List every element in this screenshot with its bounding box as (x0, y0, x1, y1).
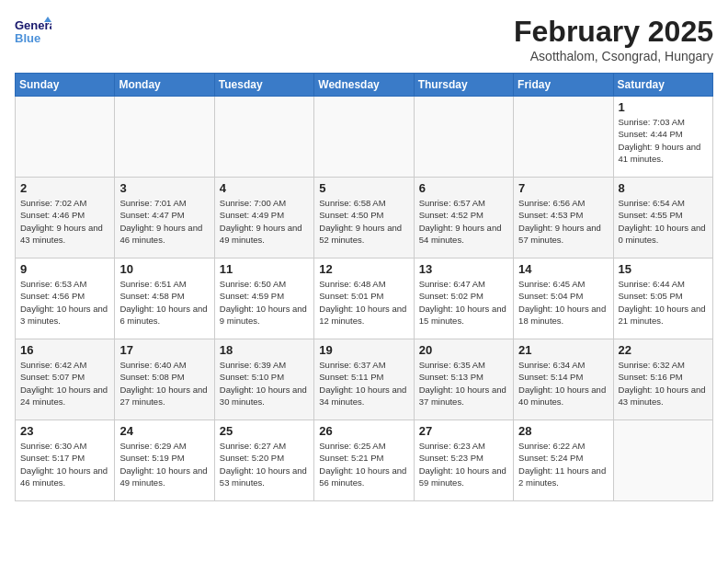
weekday-header-row: SundayMondayTuesdayWednesdayThursdayFrid… (16, 74, 713, 97)
calendar-cell (514, 97, 613, 178)
page-header: General Blue February 2025 Asotthalom, C… (15, 15, 713, 63)
weekday-header-friday: Friday (514, 74, 613, 97)
calendar-cell: 11Sunrise: 6:50 AM Sunset: 4:59 PM Dayli… (214, 259, 313, 339)
day-number: 22 (619, 343, 708, 357)
day-info: Sunrise: 6:56 AM Sunset: 4:53 PM Dayligh… (518, 197, 608, 246)
day-number: 20 (419, 343, 508, 357)
day-info: Sunrise: 6:51 AM Sunset: 4:58 PM Dayligh… (119, 278, 209, 327)
day-info: Sunrise: 6:35 AM Sunset: 5:13 PM Dayligh… (419, 359, 508, 408)
day-info: Sunrise: 7:01 AM Sunset: 4:47 PM Dayligh… (119, 197, 209, 246)
day-info: Sunrise: 6:30 AM Sunset: 5:17 PM Dayligh… (20, 440, 109, 488)
day-info: Sunrise: 6:42 AM Sunset: 5:07 PM Dayligh… (20, 359, 109, 408)
calendar-cell: 5Sunrise: 6:58 AM Sunset: 4:50 PM Daylig… (314, 178, 414, 259)
day-number: 2 (20, 181, 109, 195)
calendar-cell: 3Sunrise: 7:01 AM Sunset: 4:47 PM Daylig… (115, 178, 214, 259)
day-info: Sunrise: 6:39 AM Sunset: 5:10 PM Dayligh… (220, 359, 309, 408)
calendar-cell: 16Sunrise: 6:42 AM Sunset: 5:07 PM Dayli… (16, 339, 115, 420)
day-info: Sunrise: 6:44 AM Sunset: 5:05 PM Dayligh… (619, 278, 708, 327)
day-number: 21 (518, 343, 608, 357)
calendar-cell (414, 97, 513, 178)
calendar-cell: 21Sunrise: 6:34 AM Sunset: 5:14 PM Dayli… (514, 339, 613, 420)
logo: General Blue (15, 15, 55, 48)
day-info: Sunrise: 6:48 AM Sunset: 5:01 PM Dayligh… (319, 278, 408, 327)
day-number: 23 (20, 424, 109, 438)
calendar-cell (16, 97, 115, 178)
day-info: Sunrise: 6:37 AM Sunset: 5:11 PM Dayligh… (319, 359, 408, 408)
weekday-header-tuesday: Tuesday (214, 74, 313, 97)
calendar-cell: 20Sunrise: 6:35 AM Sunset: 5:13 PM Dayli… (414, 339, 513, 420)
calendar-cell: 23Sunrise: 6:30 AM Sunset: 5:17 PM Dayli… (16, 420, 115, 501)
day-number: 18 (220, 343, 309, 357)
calendar-cell: 8Sunrise: 6:54 AM Sunset: 4:55 PM Daylig… (613, 178, 712, 259)
location-subtitle: Asotthalom, Csongrad, Hungary (514, 49, 713, 63)
calendar-cell: 4Sunrise: 7:00 AM Sunset: 4:49 PM Daylig… (214, 178, 313, 259)
calendar-week-4: 16Sunrise: 6:42 AM Sunset: 5:07 PM Dayli… (16, 339, 713, 420)
calendar-week-3: 9Sunrise: 6:53 AM Sunset: 4:56 PM Daylig… (16, 259, 713, 339)
day-number: 11 (220, 262, 309, 276)
day-number: 10 (119, 262, 209, 276)
calendar-cell: 12Sunrise: 6:48 AM Sunset: 5:01 PM Dayli… (314, 259, 414, 339)
day-number: 15 (619, 262, 708, 276)
svg-text:Blue: Blue (15, 31, 40, 45)
day-number: 14 (518, 262, 608, 276)
day-info: Sunrise: 6:45 AM Sunset: 5:04 PM Dayligh… (518, 278, 608, 327)
day-number: 17 (119, 343, 209, 357)
day-number: 6 (419, 181, 508, 195)
calendar-cell: 28Sunrise: 6:22 AM Sunset: 5:24 PM Dayli… (514, 420, 613, 501)
day-info: Sunrise: 6:54 AM Sunset: 4:55 PM Dayligh… (619, 197, 708, 246)
day-info: Sunrise: 6:23 AM Sunset: 5:23 PM Dayligh… (419, 440, 508, 488)
day-number: 9 (20, 262, 109, 276)
day-info: Sunrise: 7:00 AM Sunset: 4:49 PM Dayligh… (220, 197, 309, 246)
day-info: Sunrise: 7:02 AM Sunset: 4:46 PM Dayligh… (20, 197, 109, 246)
day-number: 28 (518, 424, 608, 438)
day-number: 13 (419, 262, 508, 276)
day-info: Sunrise: 6:53 AM Sunset: 4:56 PM Dayligh… (20, 278, 109, 327)
day-number: 3 (119, 181, 209, 195)
calendar-cell: 19Sunrise: 6:37 AM Sunset: 5:11 PM Dayli… (314, 339, 414, 420)
calendar-cell: 17Sunrise: 6:40 AM Sunset: 5:08 PM Dayli… (115, 339, 214, 420)
calendar-week-5: 23Sunrise: 6:30 AM Sunset: 5:17 PM Dayli… (16, 420, 713, 501)
day-info: Sunrise: 6:47 AM Sunset: 5:02 PM Dayligh… (419, 278, 508, 327)
day-number: 12 (319, 262, 408, 276)
day-info: Sunrise: 6:57 AM Sunset: 4:52 PM Dayligh… (419, 197, 508, 246)
calendar-cell: 18Sunrise: 6:39 AM Sunset: 5:10 PM Dayli… (214, 339, 313, 420)
calendar-week-1: 1Sunrise: 7:03 AM Sunset: 4:44 PM Daylig… (16, 97, 713, 178)
calendar-cell: 26Sunrise: 6:25 AM Sunset: 5:21 PM Dayli… (314, 420, 414, 501)
day-number: 16 (20, 343, 109, 357)
weekday-header-thursday: Thursday (414, 74, 513, 97)
day-number: 25 (220, 424, 309, 438)
title-block: February 2025 Asotthalom, Csongrad, Hung… (514, 15, 713, 63)
day-info: Sunrise: 7:03 AM Sunset: 4:44 PM Dayligh… (619, 116, 708, 165)
day-info: Sunrise: 6:25 AM Sunset: 5:21 PM Dayligh… (319, 440, 408, 488)
day-number: 19 (319, 343, 408, 357)
logo-icon: General Blue (15, 15, 51, 48)
day-number: 7 (518, 181, 608, 195)
weekday-header-sunday: Sunday (16, 74, 115, 97)
day-number: 8 (619, 181, 708, 195)
calendar-cell: 24Sunrise: 6:29 AM Sunset: 5:19 PM Dayli… (115, 420, 214, 501)
day-info: Sunrise: 6:32 AM Sunset: 5:16 PM Dayligh… (619, 359, 708, 408)
calendar-cell: 27Sunrise: 6:23 AM Sunset: 5:23 PM Dayli… (414, 420, 513, 501)
calendar-table: SundayMondayTuesdayWednesdayThursdayFrid… (15, 73, 713, 501)
day-number: 4 (220, 181, 309, 195)
weekday-header-monday: Monday (115, 74, 214, 97)
calendar-cell: 9Sunrise: 6:53 AM Sunset: 4:56 PM Daylig… (16, 259, 115, 339)
calendar-cell: 13Sunrise: 6:47 AM Sunset: 5:02 PM Dayli… (414, 259, 513, 339)
calendar-cell: 25Sunrise: 6:27 AM Sunset: 5:20 PM Dayli… (214, 420, 313, 501)
month-title: February 2025 (514, 15, 713, 49)
day-number: 5 (319, 181, 408, 195)
day-number: 26 (319, 424, 408, 438)
calendar-cell: 14Sunrise: 6:45 AM Sunset: 5:04 PM Dayli… (514, 259, 613, 339)
calendar-cell: 15Sunrise: 6:44 AM Sunset: 5:05 PM Dayli… (613, 259, 712, 339)
calendar-cell: 10Sunrise: 6:51 AM Sunset: 4:58 PM Dayli… (115, 259, 214, 339)
day-info: Sunrise: 6:29 AM Sunset: 5:19 PM Dayligh… (119, 440, 209, 488)
day-number: 1 (619, 100, 708, 114)
day-info: Sunrise: 6:40 AM Sunset: 5:08 PM Dayligh… (119, 359, 209, 408)
weekday-header-wednesday: Wednesday (314, 74, 414, 97)
calendar-week-2: 2Sunrise: 7:02 AM Sunset: 4:46 PM Daylig… (16, 178, 713, 259)
day-info: Sunrise: 6:50 AM Sunset: 4:59 PM Dayligh… (220, 278, 309, 327)
calendar-cell: 22Sunrise: 6:32 AM Sunset: 5:16 PM Dayli… (613, 339, 712, 420)
day-info: Sunrise: 6:58 AM Sunset: 4:50 PM Dayligh… (319, 197, 408, 246)
calendar-cell (613, 420, 712, 501)
weekday-header-saturday: Saturday (613, 74, 712, 97)
